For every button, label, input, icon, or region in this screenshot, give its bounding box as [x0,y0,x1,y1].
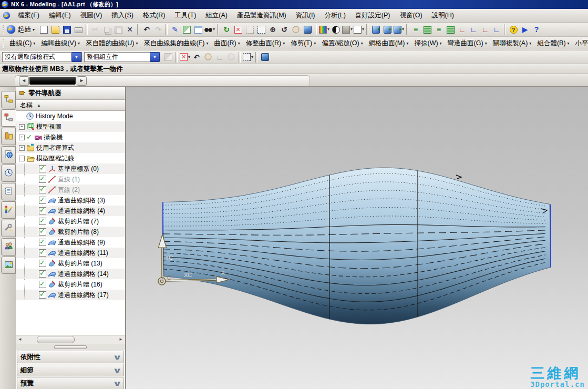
menu-item-R[interactable]: 格式(R) [138,9,170,22]
wizards-tab[interactable] [1,220,16,237]
assembly-navigator-tab[interactable] [1,91,16,108]
orient-view-dropdown[interactable]: ▾ [393,24,405,35]
feature-checkbox[interactable] [39,165,46,172]
paste-button[interactable] [112,24,124,35]
layer-category-button[interactable]: ≡ [433,24,445,35]
edit-curve-dropdown[interactable]: 編輯曲線(V)▾ [37,37,82,49]
tree-item-9[interactable]: 通過曲線網格 (4) [16,206,125,216]
feature-checkbox[interactable] [39,207,46,214]
tree-item-7[interactable]: 直線 (2) [16,185,125,195]
chevron-down-icon[interactable]: ▼ [150,52,160,62]
menu-item-E[interactable]: 編輯(E) [44,9,76,22]
interpart-link-icon[interactable] [162,52,174,63]
menu-item-O[interactable]: 視窗(O) [395,9,427,22]
wcs-orient-button[interactable]: ∟ [468,24,479,35]
mesh-surface-dropdown[interactable]: 網格曲面(M)▾ [365,37,411,49]
feature-checkbox[interactable] [39,218,46,225]
dependencies-panel[interactable]: 依附性∨ [17,351,124,363]
tree-item-0[interactable]: History Mode [16,111,125,121]
wcs-dynamics-button[interactable]: ∟ [456,24,468,35]
scroll-left-icon[interactable]: ◄ [16,336,24,343]
tab-scroll-left-button[interactable]: ◄ [19,76,29,86]
tree-item-11[interactable]: 裁剪的片體 (8) [16,227,125,237]
rotate-view-button[interactable]: ↺ [278,24,290,35]
system-materials-tab[interactable] [1,183,16,200]
trim-dropdown[interactable]: 修剪(T)▾ [287,37,318,49]
tree-item-6[interactable]: 直線 (1) [16,174,125,185]
collapse-icon[interactable]: − [19,156,25,161]
web-browser-tab[interactable] [1,146,16,163]
feature-checkbox[interactable] [39,249,46,257]
tree-item-4[interactable]: −模型歷程記錄 [16,153,125,163]
roles-tab[interactable] [1,238,16,255]
shade-style-button[interactable] [330,24,342,35]
graphics-window[interactable]: XCXYCC 三維網 3Dportal.cn [126,87,588,389]
tree-item-13[interactable]: 通過曲線網格 (11) [16,248,125,258]
pan-view-button[interactable] [290,24,302,35]
tree-item-14[interactable]: 裁剪的片體 (13) [16,258,125,269]
tree-item-3[interactable]: +使用者運算式 [16,142,125,153]
layer-settings-button[interactable]: ≡ [410,24,421,35]
minimized-window-tab[interactable] [29,77,76,85]
shaded-select-icon[interactable] [259,52,271,63]
curve-from-curve-set-dropdown[interactable]: 來自曲線集的曲線(F)▾ [140,37,210,49]
refresh-view-button[interactable]: ↻ [221,24,232,35]
process-studio-tab[interactable] [1,201,16,219]
tree-item-8[interactable]: 通過曲線網格 (3) [16,195,125,206]
toolbar-grip[interactable] [2,25,5,34]
panel-splitter[interactable] [16,344,125,350]
wcs-rotate-button[interactable]: ∟ [479,24,491,35]
facet-body-dropdown[interactable]: 小平面體(Y)▾ [572,37,588,49]
tree-item-12[interactable]: 通過曲線網格 (9) [16,237,125,248]
start-menu-button[interactable]: 起始 ▾ [16,24,38,35]
name-column-header[interactable]: 名稱 ▲ [16,100,125,111]
curve-dropdown[interactable]: 曲線(C)▾ [6,37,37,49]
background-dropdown[interactable]: ▾ [353,24,365,35]
whats-this-button[interactable]: ▶ [519,24,531,35]
feature-checkbox[interactable] [39,239,46,246]
window-swap-button[interactable] [181,24,192,35]
tree-item-16[interactable]: 裁剪的片體 (16) [16,279,125,290]
feature-checkbox[interactable] [39,197,46,204]
face-analysis-dropdown[interactable]: ▾ [342,24,353,35]
feature-checkbox[interactable] [39,186,46,193]
move-to-layer-button[interactable] [445,24,456,35]
flange-surface-dropdown[interactable]: 彎邊曲面(G)▾ [444,37,489,49]
tree-item-15[interactable]: 通過曲線網格 (14) [16,269,125,279]
zoom-window-button[interactable] [255,24,267,35]
menu-item-F[interactable]: 檔案(F) [13,9,44,22]
curve-from-body-dropdown[interactable]: 來自體的曲線(U)▾ [82,37,140,49]
help-button[interactable]: ? [508,24,519,35]
open-file-button[interactable] [49,24,61,35]
delete-button[interactable]: ✕ [124,24,136,35]
feature-checkbox[interactable] [39,281,46,288]
chevron-down-icon[interactable]: ∨ [113,366,122,374]
trim-surface-dropdown[interactable]: 修整曲面(R)▾ [242,37,287,49]
deselect-arrow-icon[interactable]: ↶ [191,52,202,63]
save-button[interactable] [61,24,73,35]
details-panel[interactable]: 細節∨ [17,364,124,376]
orient-view-front-button[interactable] [370,24,381,35]
context-help-button[interactable]: ? [531,24,542,35]
preview-panel[interactable]: 預覽∨ [17,377,124,389]
edit-display-button[interactable]: ✎ [169,24,181,35]
new-file-button[interactable] [38,24,49,35]
surface-dropdown[interactable]: 曲面(R)▾ [210,37,242,49]
associative-copy-dropdown[interactable]: 關聯複製(A)▾ [489,37,534,49]
wcs-display-button[interactable]: ∟ [491,24,502,35]
feature-checkbox[interactable] [39,270,46,278]
menu-item-P[interactable]: 喜好設定(P) [350,9,395,22]
expand-icon[interactable]: + [19,135,25,140]
erase-highlight-icon[interactable] [202,52,214,63]
chevron-down-icon[interactable]: ∨ [113,380,122,387]
tree-item-1[interactable]: +模型視圖 [16,121,125,132]
part-navigator-tab[interactable] [1,109,16,127]
undo-button[interactable]: ↶ [141,24,152,35]
menu-item-S[interactable]: 插入(S) [107,9,138,22]
feature-checkbox[interactable] [39,228,46,236]
scroll-right-icon[interactable]: ► [117,336,125,343]
fit-view-button[interactable]: ✕ [232,24,244,35]
offset-scale-dropdown[interactable]: 偏置/縮放(O)▾ [318,37,365,49]
pin-icon[interactable] [19,90,25,96]
copy-button[interactable] [101,24,112,35]
